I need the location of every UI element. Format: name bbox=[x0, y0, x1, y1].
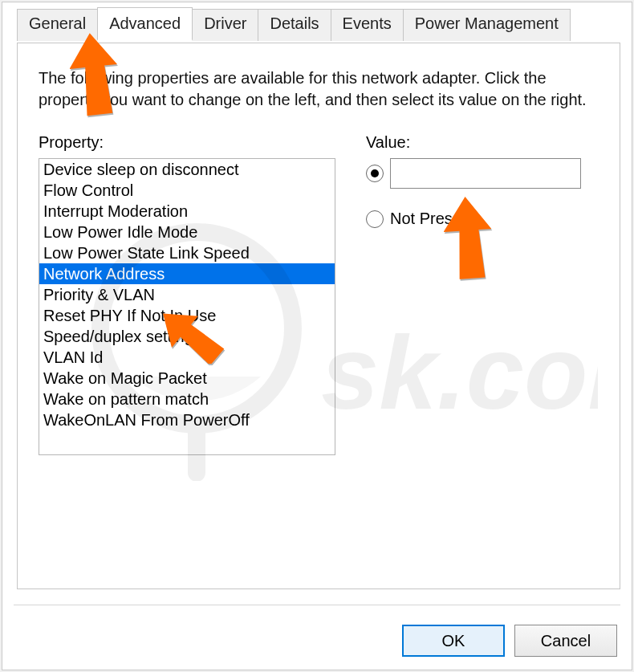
value-radio[interactable] bbox=[366, 165, 384, 182]
property-label: Property: bbox=[39, 133, 335, 152]
list-item[interactable]: VLAN Id bbox=[39, 347, 335, 368]
list-item[interactable]: Device sleep on disconnect bbox=[39, 159, 335, 180]
list-item[interactable]: Low Power Idle Mode bbox=[39, 222, 335, 242]
tab-driver[interactable]: Driver bbox=[192, 9, 258, 41]
not-present-label: Not Present bbox=[390, 210, 475, 228]
not-present-radio-row: Not Present bbox=[366, 210, 599, 228]
property-listbox[interactable]: Device sleep on disconnectFlow ControlIn… bbox=[39, 158, 335, 455]
tab-power-management[interactable]: Power Management bbox=[403, 9, 571, 41]
not-present-radio[interactable] bbox=[366, 210, 384, 228]
tab-details[interactable]: Details bbox=[258, 9, 331, 41]
list-item[interactable]: Flow Control bbox=[39, 180, 335, 201]
cancel-button[interactable]: Cancel bbox=[514, 625, 617, 657]
tab-panel-advanced: The following properties are available f… bbox=[17, 43, 620, 589]
instruction-text: The following properties are available f… bbox=[39, 67, 592, 111]
dialog-buttons: OK Cancel bbox=[402, 625, 617, 657]
properties-dialog: General Advanced Driver Details Events P… bbox=[2, 2, 632, 670]
list-item[interactable]: Network Address bbox=[39, 263, 335, 284]
list-item[interactable]: Reset PHY If Not In Use bbox=[39, 305, 335, 326]
list-item[interactable]: Wake on pattern match bbox=[39, 389, 335, 409]
list-item[interactable]: Interrupt Moderation bbox=[39, 201, 335, 222]
value-input[interactable] bbox=[390, 158, 581, 189]
tab-advanced[interactable]: Advanced bbox=[97, 7, 193, 41]
ok-button[interactable]: OK bbox=[402, 625, 505, 657]
tab-general[interactable]: General bbox=[17, 9, 98, 41]
value-radio-row bbox=[366, 158, 599, 189]
value-label: Value: bbox=[366, 133, 599, 152]
tab-bar: General Advanced Driver Details Events P… bbox=[17, 9, 634, 41]
list-item[interactable]: Wake on Magic Packet bbox=[39, 368, 335, 389]
list-item[interactable]: WakeOnLAN From PowerOff bbox=[39, 409, 335, 430]
list-item[interactable]: Speed/duplex settings bbox=[39, 326, 335, 347]
tab-events[interactable]: Events bbox=[331, 9, 404, 41]
list-item[interactable]: Low Power State Link Speed bbox=[39, 242, 335, 263]
list-item[interactable]: Priority & VLAN bbox=[39, 284, 335, 305]
separator bbox=[14, 605, 620, 605]
